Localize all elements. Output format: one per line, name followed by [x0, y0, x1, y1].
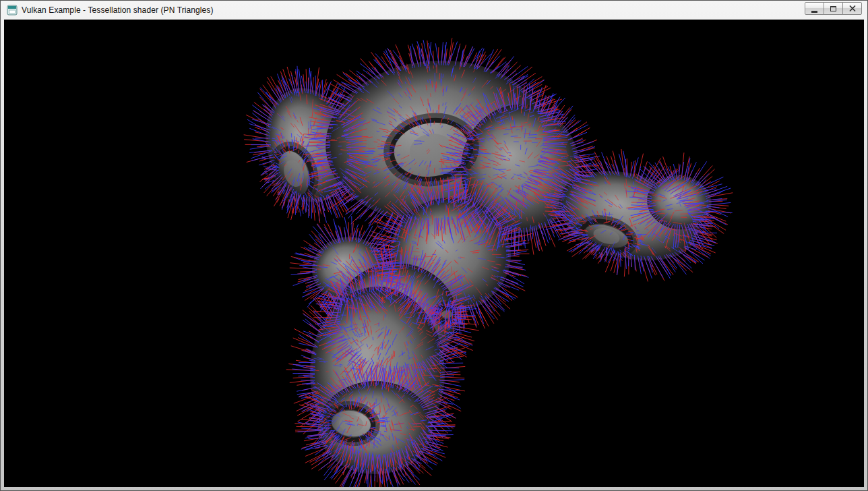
- close-button[interactable]: [842, 2, 862, 15]
- app-window: Vulkan Example - Tessellation shader (PN…: [0, 0, 868, 491]
- close-icon: [849, 3, 856, 13]
- maximize-button[interactable]: [824, 2, 843, 15]
- render-canvas[interactable]: [4, 20, 864, 487]
- minimize-icon: [811, 11, 817, 13]
- app-icon: [7, 5, 18, 16]
- maximize-icon: [830, 6, 836, 11]
- minimize-button[interactable]: [805, 2, 824, 15]
- window-controls: [805, 2, 862, 15]
- window-title: Vulkan Example - Tessellation shader (PN…: [22, 5, 214, 15]
- titlebar[interactable]: Vulkan Example - Tessellation shader (PN…: [4, 1, 864, 20]
- viewport[interactable]: [4, 20, 864, 487]
